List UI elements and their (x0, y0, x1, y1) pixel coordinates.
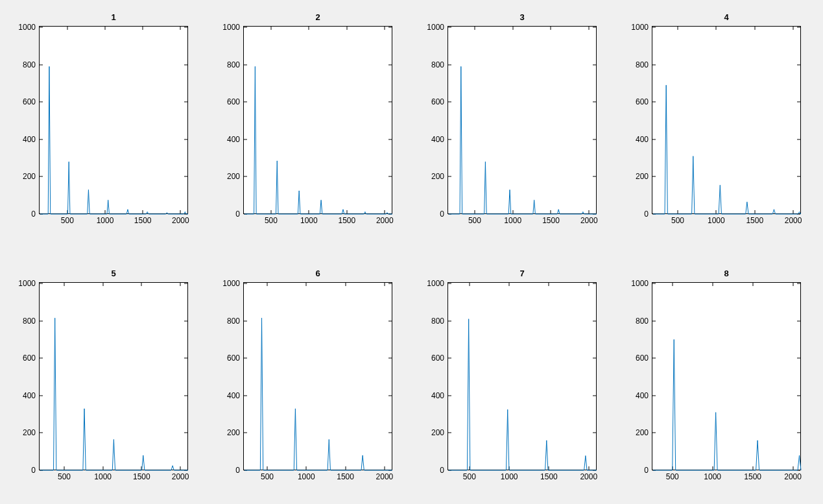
y-tick-label: 400 (23, 391, 40, 400)
y-tick-label: 400 (636, 391, 652, 400)
y-tick-label: 200 (431, 428, 448, 437)
x-tick-label: 1500 (133, 470, 150, 481)
x-tick-label: 500 (261, 470, 274, 481)
y-tick-label: 600 (431, 354, 448, 363)
x-tick-label: 1000 (504, 213, 521, 225)
y-tick-label: 200 (636, 172, 652, 181)
y-tick-label: 600 (636, 354, 652, 363)
y-tick-label: 0 (31, 466, 40, 475)
x-tick-label: 2000 (172, 470, 189, 481)
y-tick-label: 600 (227, 97, 244, 106)
x-tick-label: 500 (671, 213, 684, 225)
data-line (40, 283, 189, 471)
x-tick-label: 1500 (337, 470, 354, 481)
y-tick-label: 400 (227, 391, 244, 400)
x-tick-label: 1000 (97, 213, 114, 225)
data-line (448, 283, 597, 471)
axes-title: 6 (244, 269, 392, 278)
x-tick-label: 1000 (704, 470, 721, 481)
y-tick-label: 0 (31, 210, 40, 219)
subplot-6: 602004006008001000500100015002000 (243, 282, 392, 470)
x-tick-label: 2000 (580, 213, 598, 225)
x-tick-label: 2000 (785, 213, 802, 225)
axes-title: 5 (40, 269, 187, 278)
y-tick-label: 1000 (222, 23, 244, 32)
y-tick-label: 400 (23, 135, 40, 144)
x-tick-label: 1500 (338, 213, 355, 225)
data-line (652, 283, 802, 471)
axes[interactable]: 102004006008001000500100015002000 (39, 26, 188, 214)
x-tick-label: 1000 (708, 213, 725, 225)
x-tick-label: 1500 (542, 213, 560, 225)
y-tick-label: 1000 (631, 23, 652, 32)
figure: 1020040060080010005001000150020002020040… (0, 0, 823, 504)
y-tick-label: 1000 (631, 279, 652, 288)
y-tick-label: 200 (23, 428, 40, 437)
subplot-5: 502004006008001000500100015002000 (39, 282, 188, 470)
axes[interactable]: 602004006008001000500100015002000 (243, 282, 392, 470)
axes[interactable]: 202004006008001000500100015002000 (243, 26, 392, 214)
x-tick-label: 500 (666, 470, 679, 481)
y-tick-label: 800 (431, 317, 448, 326)
y-tick-label: 400 (636, 135, 652, 144)
data-line (40, 27, 189, 215)
axes-title: 3 (448, 12, 596, 22)
y-tick-label: 0 (440, 466, 448, 475)
subplot-4: 402004006008001000500100015002000 (652, 26, 801, 214)
y-tick-label: 600 (23, 354, 40, 363)
x-tick-label: 2000 (376, 470, 394, 481)
y-tick-label: 800 (636, 317, 652, 326)
x-tick-label: 500 (468, 213, 481, 225)
y-tick-label: 800 (23, 317, 40, 326)
x-tick-label: 1500 (746, 213, 763, 225)
y-tick-label: 1000 (427, 23, 448, 32)
y-tick-label: 0 (440, 210, 448, 219)
axes-title: 4 (652, 12, 800, 22)
x-tick-label: 1000 (501, 470, 518, 481)
y-tick-label: 200 (227, 428, 244, 437)
y-tick-label: 600 (431, 97, 448, 106)
axes[interactable]: 802004006008001000500100015002000 (652, 282, 801, 470)
y-tick-label: 800 (227, 60, 244, 69)
x-tick-label: 500 (265, 213, 278, 225)
x-tick-label: 2000 (580, 470, 597, 481)
y-tick-label: 800 (23, 60, 40, 69)
axes-title: 8 (652, 269, 800, 278)
axes-title: 1 (40, 12, 187, 22)
y-tick-label: 1000 (222, 279, 244, 288)
x-tick-label: 1500 (134, 213, 152, 225)
subplot-1: 102004006008001000500100015002000 (39, 26, 188, 214)
axes[interactable]: 402004006008001000500100015002000 (652, 26, 801, 214)
axes-title: 7 (448, 269, 596, 278)
y-tick-label: 1000 (18, 23, 40, 32)
y-tick-label: 800 (636, 60, 652, 69)
x-tick-label: 2000 (172, 213, 189, 225)
y-tick-label: 200 (636, 428, 652, 437)
x-tick-label: 2000 (376, 213, 394, 225)
x-tick-label: 1000 (298, 470, 315, 481)
y-tick-label: 400 (431, 135, 448, 144)
y-tick-label: 600 (227, 354, 244, 363)
y-tick-label: 600 (636, 97, 652, 106)
y-tick-label: 800 (431, 60, 448, 69)
y-tick-label: 0 (644, 210, 652, 219)
axes-title: 2 (244, 12, 392, 22)
y-tick-label: 200 (431, 172, 448, 181)
y-tick-label: 1000 (427, 279, 448, 288)
y-tick-label: 0 (644, 466, 652, 475)
subplot-7: 702004006008001000500100015002000 (447, 282, 597, 470)
data-line (244, 27, 393, 215)
y-tick-label: 200 (23, 172, 40, 181)
axes[interactable]: 502004006008001000500100015002000 (39, 282, 188, 470)
axes[interactable]: 702004006008001000500100015002000 (447, 282, 597, 470)
subplot-8: 802004006008001000500100015002000 (652, 282, 801, 470)
y-tick-label: 0 (235, 210, 244, 219)
axes[interactable]: 302004006008001000500100015002000 (447, 26, 597, 214)
x-tick-label: 500 (58, 470, 71, 481)
y-tick-label: 200 (227, 172, 244, 181)
y-tick-label: 0 (235, 466, 244, 475)
x-tick-label: 1500 (744, 470, 761, 481)
y-tick-label: 400 (431, 391, 448, 400)
x-tick-label: 2000 (784, 470, 802, 481)
x-tick-label: 500 (61, 213, 74, 225)
